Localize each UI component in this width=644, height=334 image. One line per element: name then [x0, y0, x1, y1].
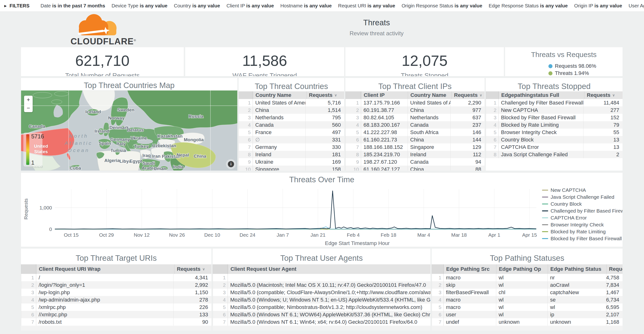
- chart-legend-item[interactable]: New CAPTCHA: [542, 187, 622, 193]
- filter-item[interactable]: Date is in the past 7 months: [40, 3, 105, 9]
- table-cell: 4,341: [173, 274, 212, 281]
- filter-item[interactable]: Device Type is any value: [112, 3, 167, 9]
- table-cell: 144: [450, 136, 484, 143]
- table-cell: 80.82.64.105: [361, 114, 408, 121]
- column-header[interactable]: Country Name: [408, 91, 452, 99]
- map-country-label: Saudi: [142, 161, 155, 166]
- column-header[interactable]: Requests∨: [174, 264, 212, 274]
- table-cell: 152: [583, 114, 622, 121]
- table-row: 6Country Block13: [486, 136, 622, 143]
- tvr-legend-item[interactable]: Threats 1.94%: [548, 70, 622, 76]
- row-number: 2: [21, 281, 36, 289]
- filter-item[interactable]: Origin IP is any value: [574, 3, 622, 9]
- row-number-header: [212, 264, 228, 274]
- table-cell: 61.160.221.73: [361, 136, 408, 143]
- table-row-clipped: [212, 326, 430, 331]
- filter-item[interactable]: Request URI is any value: [338, 3, 395, 9]
- table-row: 8185.234.219.70Ireland112: [345, 151, 484, 158]
- table-cell: Challenged by Filter Based Firewall: [498, 99, 583, 106]
- column-header[interactable]: Edgepathingstatus Full: [498, 91, 584, 99]
- map-country-label: India: [173, 164, 184, 169]
- table-row: 7/robots.txt90: [21, 318, 212, 326]
- table-header: Edgepathingstatus FullRequests∨: [486, 91, 622, 99]
- tvr-legend-item[interactable]: Requests 98.06%: [548, 63, 622, 70]
- column-header[interactable]: Requests∨: [306, 91, 344, 99]
- chart-legend-item[interactable]: Java Script Challenge Failed: [542, 193, 622, 200]
- table-cell: France: [253, 129, 305, 136]
- filter-item[interactable]: Edge Response Status is any value: [488, 3, 568, 9]
- column-header[interactable]: Client IP: [361, 91, 408, 99]
- page-head: Threats Review threat activity: [293, 18, 460, 37]
- chart-legend-item[interactable]: CAPTCHA Error: [542, 214, 622, 221]
- table-cell: 277: [583, 106, 622, 114]
- table-cell: Country Block: [498, 136, 583, 143]
- row-number: 6: [486, 136, 498, 143]
- map-country-label: North: [69, 133, 88, 139]
- row-number: 3: [432, 289, 444, 296]
- table-cell: undef: [444, 318, 496, 326]
- map-zoom-in-button[interactable]: +: [24, 96, 33, 104]
- filter-item[interactable]: Origin Response Status is any value: [402, 3, 482, 9]
- table-cell: //xmlrpc.php: [36, 311, 173, 318]
- table-cell: macro: [444, 296, 496, 303]
- chart-legend-item[interactable]: Browser Integrity Check: [542, 221, 622, 228]
- chart-legend-item[interactable]: Blocked by Rate Limiting: [542, 228, 622, 235]
- page-title: Threats: [293, 18, 460, 27]
- table-row: 5France497: [238, 129, 344, 136]
- column-header[interactable]: Country Name: [253, 91, 306, 99]
- filter-item[interactable]: Country is any value: [174, 3, 220, 9]
- chart-legend-item[interactable]: Country Block: [542, 200, 622, 207]
- column-header[interactable]: Requests∨: [606, 264, 622, 274]
- table-cell: 41.222.227.98: [361, 129, 408, 136]
- panel-title: Top Threat Client IPs: [345, 78, 484, 91]
- map-country-label: Russia: [188, 114, 204, 119]
- column-header[interactable]: Requests∨: [452, 91, 484, 99]
- table-cell: Ireland: [253, 151, 305, 158]
- x-tick-label: Apr 15: [522, 232, 537, 238]
- x-tick-label: Jan 7: [277, 232, 289, 238]
- map-country-label: Norway: [108, 116, 125, 121]
- chart-legend-item[interactable]: Challenged by Filter Based Firewall: [542, 207, 622, 214]
- column-header[interactable]: Edge Pathing Src: [444, 264, 496, 274]
- x-tick-label: Oct 29: [99, 232, 114, 238]
- chart-legend-item[interactable]: Blocked by Filter Based Firewall: [542, 235, 622, 242]
- column-header[interactable]: Client Request User Agent: [228, 264, 430, 274]
- filters-expand-icon[interactable]: ▶: [4, 4, 7, 8]
- world-map[interactable]: CanadaUnitedStatesMexicoCubaIcelandIrela…: [21, 90, 238, 171]
- row-number-header: [486, 91, 498, 99]
- map-zoom-out-button[interactable]: −: [24, 104, 33, 112]
- column-header[interactable]: Requests∨: [584, 91, 622, 99]
- table-row: 1macrowlnr554,758: [432, 274, 622, 281]
- map-country-label: Nepal: [176, 152, 189, 157]
- table-cell: 5,716: [305, 99, 344, 106]
- table-row: 4Canada560: [238, 121, 344, 129]
- table-cell: New CAPTCHA: [498, 106, 583, 114]
- table-row: 541.222.227.98South Africa146: [345, 129, 484, 136]
- table-cell: South Africa: [408, 129, 450, 136]
- x-tick-label: Apr 1: [488, 232, 500, 238]
- column-header[interactable]: Edge Pathing Op: [496, 264, 548, 274]
- row-number: 7: [21, 318, 36, 326]
- x-tick-label: Nov 12: [134, 232, 150, 238]
- filter-item[interactable]: Client IP is any value: [226, 3, 274, 9]
- legend-line-icon: [542, 197, 548, 198]
- legend-label: Blocked by Filter Based Firewall: [550, 236, 622, 241]
- legend-line-icon: [542, 190, 548, 191]
- row-number: 4: [345, 121, 361, 129]
- table-cell: 6,734: [606, 296, 622, 303]
- map-country-label: Italy: [116, 141, 126, 146]
- column-header[interactable]: Edge Pathing Status: [548, 264, 606, 274]
- panel-title: Top Threat Countries: [238, 78, 344, 91]
- column-header[interactable]: Client Request URI Wrap: [36, 264, 174, 274]
- map-info-icon[interactable]: i: [228, 161, 234, 167]
- table-cell: unknown: [496, 318, 548, 326]
- row-number: 4: [212, 296, 228, 303]
- choropleth-map[interactable]: CanadaUnitedStatesMexicoCubaIcelandIrela…: [21, 90, 238, 171]
- filter-item[interactable]: Hostname is any value: [280, 3, 332, 9]
- row-number: 6: [238, 136, 253, 143]
- row-number: 2: [486, 106, 498, 114]
- sort-desc-icon: ∨: [612, 93, 615, 97]
- filter-item[interactable]: User Agent is any value: [628, 3, 644, 9]
- filters-label[interactable]: FILTERS: [10, 3, 30, 9]
- map-legend-min: 1: [31, 159, 34, 166]
